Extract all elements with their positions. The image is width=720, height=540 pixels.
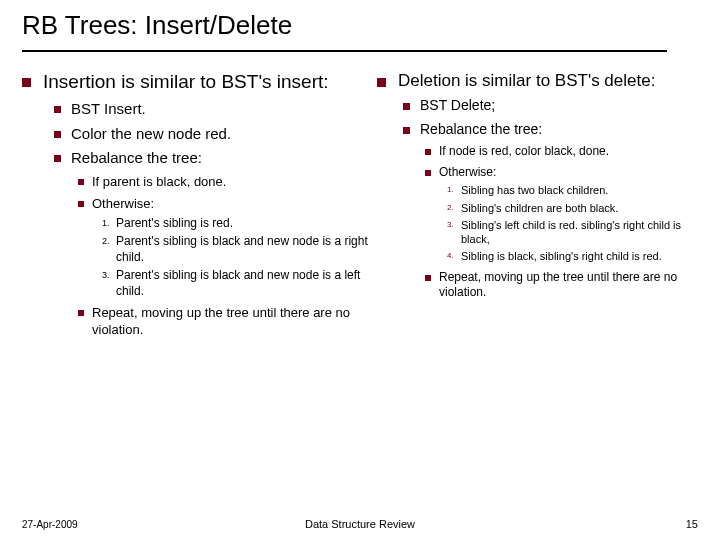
list-item: Otherwise:: [425, 165, 697, 180]
text: Parent's sibling is black and new node i…: [116, 234, 377, 265]
content-columns: Insertion is similar to BST's insert: BS…: [22, 70, 702, 338]
slide-title: RB Trees: Insert/Delete: [22, 10, 292, 41]
bullet-icon: [425, 149, 431, 155]
footer-page-number: 15: [686, 518, 698, 530]
list-item: If parent is black, done.: [78, 174, 377, 190]
list-item: Otherwise:: [78, 196, 377, 212]
numbered-item: 4. Sibling is black, sibling's right chi…: [447, 249, 697, 263]
list-item: Rebalance the tree:: [54, 149, 377, 168]
numbered-item: 3. Parent's sibling is black and new nod…: [102, 268, 377, 299]
bullet-icon: [22, 78, 31, 87]
text: Sibling's left child is red. sibling's r…: [461, 218, 697, 247]
bullet-icon: [425, 170, 431, 176]
number-label: 4.: [447, 251, 461, 263]
bullet-icon: [78, 179, 84, 185]
text: Sibling has two black children.: [461, 183, 697, 197]
numbered-item: 1. Sibling has two black children.: [447, 183, 697, 197]
numbered-item: 3. Sibling's left child is red. sibling'…: [447, 218, 697, 247]
bullet-icon: [403, 103, 410, 110]
list-item: Repeat, moving up the tree until there a…: [78, 305, 377, 338]
number-label: 1.: [447, 185, 461, 197]
right-heading: Deletion is similar to BST's delete:: [377, 70, 697, 91]
text: Sibling's children are both black.: [461, 201, 697, 215]
numbered-item: 2. Sibling's children are both black.: [447, 201, 697, 215]
list-item: If node is red, color black, done.: [425, 144, 697, 159]
number-label: 2.: [102, 236, 116, 265]
text: Parent's sibling is black and new node i…: [116, 268, 377, 299]
bullet-icon: [78, 310, 84, 316]
list-item: BST Insert.: [54, 100, 377, 119]
title-underline: [22, 50, 667, 52]
list-item: Color the new node red.: [54, 125, 377, 144]
right-column: Deletion is similar to BST's delete: BST…: [377, 70, 697, 338]
bullet-icon: [377, 78, 386, 87]
text: Color the new node red.: [71, 125, 377, 144]
number-label: 2.: [447, 203, 461, 215]
left-heading: Insertion is similar to BST's insert:: [22, 70, 377, 94]
slide: RB Trees: Insert/Delete Insertion is sim…: [0, 0, 720, 540]
number-label: 3.: [447, 220, 461, 247]
text: Rebalance the tree:: [71, 149, 377, 168]
number-label: 1.: [102, 218, 116, 232]
text: Deletion is similar to BST's delete:: [398, 70, 697, 91]
text: Sibling is black, sibling's right child …: [461, 249, 697, 263]
text: Parent's sibling is red.: [116, 216, 377, 232]
text: Insertion is similar to BST's insert:: [43, 70, 377, 94]
text: BST Insert.: [71, 100, 377, 119]
number-label: 3.: [102, 270, 116, 299]
footer-title: Data Structure Review: [0, 518, 720, 530]
text: Otherwise:: [439, 165, 697, 180]
left-column: Insertion is similar to BST's insert: BS…: [22, 70, 377, 338]
text: If parent is black, done.: [92, 174, 377, 190]
text: Rebalance the tree:: [420, 121, 697, 139]
text: BST Delete;: [420, 97, 697, 115]
list-item: Repeat, moving up the tree until there a…: [425, 270, 697, 300]
bullet-icon: [78, 201, 84, 207]
bullet-icon: [54, 131, 61, 138]
numbered-item: 2. Parent's sibling is black and new nod…: [102, 234, 377, 265]
bullet-icon: [54, 155, 61, 162]
list-item: BST Delete;: [403, 97, 697, 115]
text: Repeat, moving up the tree until there a…: [92, 305, 377, 338]
text: Otherwise:: [92, 196, 377, 212]
text: If node is red, color black, done.: [439, 144, 697, 159]
list-item: Rebalance the tree:: [403, 121, 697, 139]
bullet-icon: [425, 275, 431, 281]
text: Repeat, moving up the tree until there a…: [439, 270, 697, 300]
numbered-item: 1. Parent's sibling is red.: [102, 216, 377, 232]
bullet-icon: [403, 127, 410, 134]
bullet-icon: [54, 106, 61, 113]
